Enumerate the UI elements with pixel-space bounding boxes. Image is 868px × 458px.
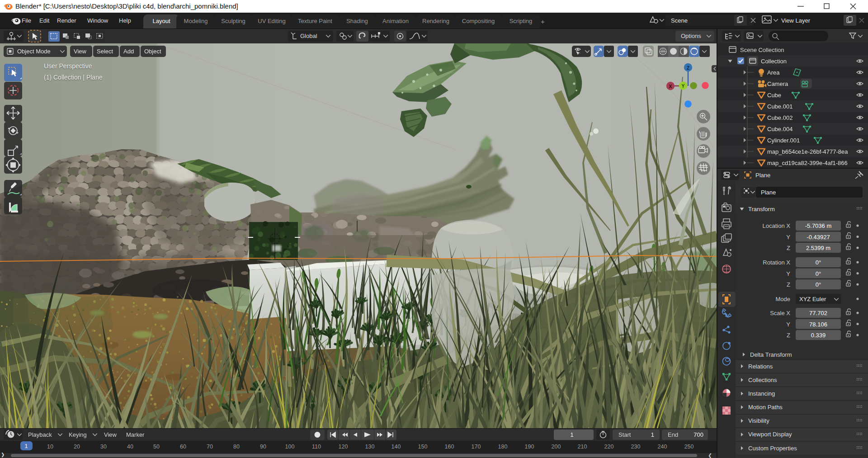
svg-text:Keying: Keying [69, 431, 87, 438]
svg-text:250: 250 [684, 444, 694, 450]
svg-text:Y: Y [786, 270, 790, 277]
svg-text:XYZ Euler: XYZ Euler [799, 296, 826, 302]
svg-text:40: 40 [127, 444, 133, 450]
svg-text:140: 140 [392, 444, 401, 450]
svg-text:60: 60 [180, 444, 186, 450]
svg-text:Cube.002: Cube.002 [767, 114, 793, 121]
svg-text:180: 180 [498, 444, 508, 450]
svg-text:-5.7036 m: -5.7036 m [805, 222, 832, 229]
svg-text:220: 220 [604, 444, 614, 450]
svg-text:Cylinder.001: Cylinder.001 [767, 137, 800, 144]
svg-text:Collection: Collection [761, 58, 787, 65]
svg-text:Z: Z [787, 281, 790, 288]
svg-text:Scene Collection: Scene Collection [740, 47, 784, 53]
svg-text:160: 160 [445, 444, 454, 450]
svg-text:190: 190 [525, 444, 534, 450]
svg-text:1: 1 [25, 443, 28, 449]
svg-text:30: 30 [100, 444, 107, 450]
svg-text:Y: Y [786, 234, 790, 241]
svg-text:150: 150 [418, 444, 428, 450]
svg-text:110: 110 [312, 444, 321, 450]
svg-text:Options: Options [681, 33, 701, 39]
svg-text:Viewport Display: Viewport Display [748, 431, 792, 438]
svg-text:Cube.001: Cube.001 [767, 103, 793, 110]
svg-text:210: 210 [578, 444, 587, 450]
svg-text:Instancing: Instancing [748, 390, 775, 397]
svg-text:Cube.004: Cube.004 [767, 126, 793, 132]
svg-text:700: 700 [693, 431, 703, 438]
svg-text:Z: Z [687, 65, 690, 71]
svg-text:130: 130 [365, 444, 375, 450]
svg-text:Marker: Marker [126, 431, 145, 438]
svg-text:2.5399 m: 2.5399 m [806, 245, 830, 251]
svg-text:Scene: Scene [671, 17, 688, 24]
svg-text:Plane: Plane [755, 172, 770, 179]
svg-text:Motion Paths: Motion Paths [748, 404, 783, 411]
svg-text:Transform: Transform [748, 206, 775, 212]
svg-text:Rotation X: Rotation X [763, 259, 790, 266]
svg-text:10: 10 [47, 444, 53, 450]
svg-text:Start: Start [618, 431, 631, 438]
svg-text:78.106: 78.106 [809, 321, 827, 328]
svg-text:100: 100 [285, 444, 295, 450]
svg-text:End: End [668, 431, 678, 438]
svg-text:View Layer: View Layer [781, 17, 811, 24]
svg-text:Cube: Cube [767, 92, 781, 99]
svg-text:Add: Add [123, 48, 134, 55]
svg-text:90: 90 [260, 444, 266, 450]
svg-text:Global: Global [300, 33, 317, 39]
svg-text:map_cd19ca82-399e-4af1-866: map_cd19ca82-399e-4af1-866 [767, 160, 848, 166]
svg-text:Z: Z [787, 245, 790, 251]
svg-text:Select: Select [97, 48, 113, 55]
svg-text:Custom Properties: Custom Properties [748, 445, 797, 452]
svg-text:1: 1 [570, 431, 573, 438]
svg-text:View: View [104, 431, 117, 438]
svg-text:0°: 0° [816, 281, 821, 288]
svg-text:Mode: Mode [775, 296, 790, 302]
svg-text:Location X: Location X [763, 222, 791, 229]
svg-text:Camera: Camera [767, 80, 788, 87]
svg-text:0°: 0° [816, 259, 821, 266]
svg-text:1: 1 [651, 431, 654, 438]
svg-text:Z: Z [787, 332, 790, 339]
svg-text:120: 120 [339, 444, 348, 450]
svg-text:Plane: Plane [761, 189, 776, 196]
svg-text:77.702: 77.702 [809, 310, 827, 316]
svg-text:50: 50 [153, 444, 160, 450]
svg-text:View: View [74, 48, 87, 55]
svg-text:230: 230 [631, 444, 641, 450]
svg-text:Area: Area [767, 69, 780, 76]
svg-text:Y: Y [681, 83, 684, 89]
svg-text:map_b654ce1e-26bf-4777-8ea: map_b654ce1e-26bf-4777-8ea [767, 148, 848, 155]
svg-text:0.339: 0.339 [811, 332, 826, 339]
svg-text:Visibility: Visibility [748, 417, 769, 424]
svg-text:170: 170 [472, 444, 481, 450]
svg-text:Delta Transform: Delta Transform [750, 351, 792, 358]
svg-text:20: 20 [74, 444, 80, 450]
svg-text:0°: 0° [816, 270, 821, 277]
svg-text:70: 70 [207, 444, 213, 450]
svg-text:Y: Y [786, 321, 790, 328]
svg-text:240: 240 [658, 444, 667, 450]
svg-text:Collections: Collections [748, 377, 777, 383]
svg-text:200: 200 [552, 444, 561, 450]
svg-text:80: 80 [233, 444, 240, 450]
svg-text:Scale X: Scale X [770, 310, 790, 316]
svg-text:X: X [669, 84, 672, 89]
svg-text:Object: Object [144, 48, 161, 55]
svg-text:-0.43927: -0.43927 [807, 234, 830, 241]
svg-text:Relations: Relations [748, 363, 773, 370]
svg-text:Playback: Playback [28, 431, 52, 438]
